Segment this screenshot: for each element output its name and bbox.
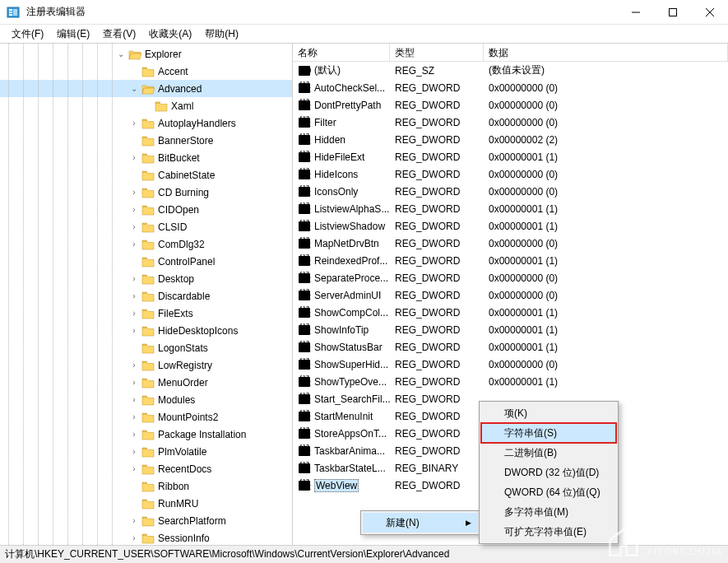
col-header-name[interactable]: 名称 bbox=[293, 44, 390, 61]
tree-expander-icon[interactable]: › bbox=[128, 464, 140, 473]
list-row[interactable]: (默认) REG_SZ (数值未设置) bbox=[293, 62, 728, 79]
tree-expander-icon[interactable]: › bbox=[128, 205, 140, 214]
menu-help[interactable]: 帮助(H) bbox=[198, 26, 245, 43]
ctx-new-multistring[interactable]: 多字符串值(M) bbox=[481, 502, 616, 522]
tree-row[interactable]: › PlmVolatile bbox=[0, 443, 292, 460]
list-row[interactable]: ShowSuperHid... REG_DWORD 0x00000000 (0) bbox=[293, 356, 728, 373]
list-row[interactable]: IconsOnly REG_DWORD 0x00000000 (0) bbox=[293, 183, 728, 200]
tree-row[interactable]: › AutoplayHandlers bbox=[0, 114, 292, 132]
tree-row[interactable]: › MenuOrder bbox=[0, 374, 292, 391]
tree-expander-icon[interactable]: › bbox=[128, 188, 140, 197]
tree-row[interactable]: › SessionInfo bbox=[0, 529, 292, 545]
minimize-button[interactable] bbox=[617, 0, 654, 25]
tree-expander-icon[interactable]: › bbox=[128, 395, 140, 404]
ctx-new-qword[interactable]: QWORD (64 位)值(Q) bbox=[481, 482, 616, 502]
tree-row[interactable]: Accent bbox=[0, 63, 292, 80]
tree-expander-icon[interactable]: › bbox=[128, 119, 140, 128]
context-menu-parent: 新建(N) ▶ bbox=[360, 510, 480, 535]
tree-expander-icon[interactable]: › bbox=[128, 291, 140, 300]
tree-row[interactable]: › ComDlg32 bbox=[0, 235, 292, 253]
tree-scroll[interactable]: ⌄ Explorer Accent ⌄ Advanced Xaml › Auto… bbox=[0, 44, 292, 545]
list-row[interactable]: ServerAdminUI REG_DWORD 0x00000000 (0) bbox=[293, 286, 728, 304]
tree-row[interactable]: Ribbon bbox=[0, 477, 292, 495]
list-row[interactable]: ShowInfoTip REG_DWORD 0x00000001 (1) bbox=[293, 321, 728, 338]
tree-row[interactable]: › CLSID bbox=[0, 218, 292, 235]
ctx-new-expandstring[interactable]: 可扩充字符串值(E) bbox=[481, 522, 616, 542]
tree-expander-icon[interactable]: › bbox=[128, 447, 140, 456]
tree-row[interactable]: ⌄ Advanced bbox=[0, 80, 292, 97]
list-row[interactable]: DontPrettyPath REG_DWORD 0x00000000 (0) bbox=[293, 96, 728, 114]
binary-value-icon bbox=[298, 81, 311, 95]
col-header-data[interactable]: 数据 bbox=[484, 44, 728, 61]
tree-row[interactable]: › Desktop bbox=[0, 270, 292, 287]
tree-row[interactable]: › HideDesktopIcons bbox=[0, 322, 292, 339]
tree-expander-icon[interactable]: › bbox=[128, 430, 140, 439]
list-row[interactable]: ListviewShadow REG_DWORD 0x00000001 (1) bbox=[293, 217, 728, 235]
ctx-new-binary[interactable]: 二进制值(B) bbox=[481, 443, 616, 463]
col-header-type[interactable]: 类型 bbox=[390, 44, 484, 61]
list-row[interactable]: ShowTypeOve... REG_DWORD 0x00000001 (1) bbox=[293, 373, 728, 390]
tree-expander-icon[interactable]: ⌄ bbox=[128, 84, 140, 93]
tree-row[interactable]: LogonStats bbox=[0, 339, 292, 356]
value-data: 0x00000000 (0) bbox=[485, 82, 726, 94]
tree-row-root[interactable]: ⌄ Explorer bbox=[0, 45, 292, 63]
tree-expander-icon[interactable]: › bbox=[128, 326, 140, 335]
tree-label: BannerStore bbox=[158, 135, 213, 147]
list-row[interactable]: AutoCheckSel... REG_DWORD 0x00000000 (0) bbox=[293, 79, 728, 96]
tree-expander-icon[interactable]: › bbox=[128, 309, 140, 318]
tree-row[interactable]: RunMRU bbox=[0, 495, 292, 512]
list-row[interactable]: MapNetDrvBtn REG_DWORD 0x00000000 (0) bbox=[293, 235, 728, 252]
tree-row[interactable]: › LowRegistry bbox=[0, 356, 292, 374]
list-row[interactable]: ListviewAlphaS... REG_DWORD 0x00000001 (… bbox=[293, 200, 728, 217]
value-name: TaskbarStateL... bbox=[314, 463, 386, 474]
list-row[interactable]: HideIcons REG_DWORD 0x00000000 (0) bbox=[293, 165, 728, 183]
list-row[interactable]: ShowCompCol... REG_DWORD 0x00000001 (1) bbox=[293, 304, 728, 321]
menu-favorites[interactable]: 收藏夹(A) bbox=[142, 26, 198, 43]
tree-expander-icon[interactable]: › bbox=[128, 222, 140, 231]
tree-row[interactable]: › SearchPlatform bbox=[0, 512, 292, 529]
tree-row[interactable]: › BitBucket bbox=[0, 149, 292, 166]
list-row[interactable]: HideFileExt REG_DWORD 0x00000001 (1) bbox=[293, 148, 728, 165]
list-row[interactable]: SeparateProce... REG_DWORD 0x00000000 (0… bbox=[293, 269, 728, 286]
tree-label: CabinetState bbox=[158, 170, 215, 181]
list-row[interactable]: ShowStatusBar REG_DWORD 0x00000001 (1) bbox=[293, 338, 728, 356]
tree-expander-icon[interactable]: › bbox=[128, 378, 140, 387]
tree-row[interactable]: › Package Installation bbox=[0, 426, 292, 443]
menu-edit[interactable]: 编辑(E) bbox=[50, 26, 96, 43]
tree-row[interactable]: › Discardable bbox=[0, 287, 292, 305]
maximize-button[interactable] bbox=[654, 0, 691, 25]
ctx-new-string[interactable]: 字符串值(S) bbox=[481, 423, 616, 443]
tree-row[interactable]: › CIDOpen bbox=[0, 201, 292, 218]
tree-row[interactable]: › FileExts bbox=[0, 305, 292, 322]
tree-expander-icon[interactable]: › bbox=[128, 274, 140, 283]
folder-icon bbox=[141, 463, 155, 475]
list-row[interactable]: Hidden REG_DWORD 0x00000002 (2) bbox=[293, 131, 728, 148]
tree-row[interactable]: ControlPanel bbox=[0, 253, 292, 270]
tree-expander-icon[interactable]: › bbox=[128, 412, 140, 421]
value-name: HideFileExt bbox=[314, 151, 364, 163]
tree-row[interactable]: BannerStore bbox=[0, 132, 292, 149]
tree-expander-icon[interactable]: › bbox=[128, 516, 140, 525]
tree-row[interactable]: Xaml bbox=[0, 97, 292, 114]
ctx-new-key[interactable]: 项(K) bbox=[481, 403, 616, 423]
tree-row[interactable]: › MountPoints2 bbox=[0, 408, 292, 426]
list-row[interactable]: Filter REG_DWORD 0x00000000 (0) bbox=[293, 114, 728, 131]
tree-row[interactable]: CabinetState bbox=[0, 166, 292, 184]
tree-expander-icon[interactable]: ⌄ bbox=[115, 49, 127, 58]
tree-row[interactable]: › RecentDocs bbox=[0, 460, 292, 477]
menu-view[interactable]: 查看(V) bbox=[96, 26, 142, 43]
tree-row[interactable]: › CD Burning bbox=[0, 184, 292, 201]
tree-expander-icon[interactable]: › bbox=[128, 361, 140, 370]
tree-row[interactable]: › Modules bbox=[0, 391, 292, 408]
ctx-new[interactable]: 新建(N) ▶ bbox=[363, 513, 478, 533]
value-data: 0x00000000 (0) bbox=[485, 117, 726, 128]
tree-expander-icon[interactable]: › bbox=[128, 153, 140, 162]
ctx-new-dword[interactable]: DWORD (32 位)值(D) bbox=[481, 463, 616, 482]
close-button[interactable] bbox=[691, 0, 728, 25]
list-row[interactable]: ReindexedProf... REG_DWORD 0x00000001 (1… bbox=[293, 252, 728, 269]
value-name: IconsOnly bbox=[314, 186, 358, 198]
menu-file[interactable]: 文件(F) bbox=[5, 26, 50, 43]
tree-expander-icon[interactable]: › bbox=[128, 240, 140, 249]
tree-expander-icon[interactable]: › bbox=[128, 533, 140, 542]
value-type: REG_DWORD bbox=[392, 134, 485, 146]
